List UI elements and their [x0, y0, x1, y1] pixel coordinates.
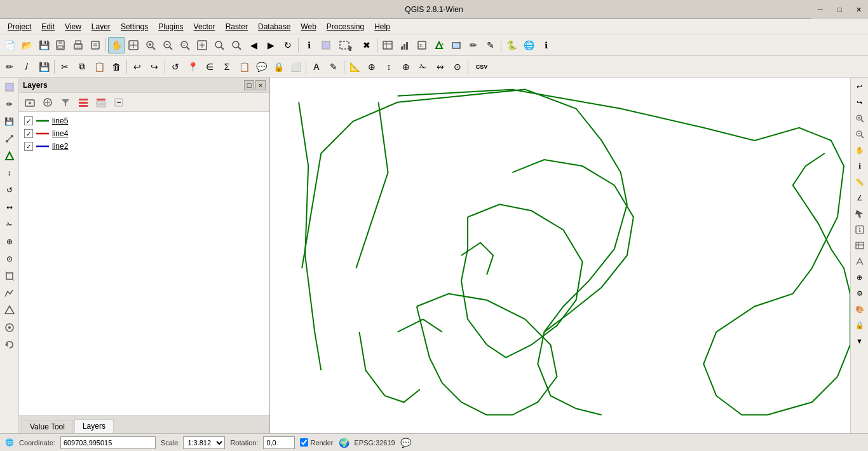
identify-button[interactable]: ℹ	[301, 37, 317, 53]
map-canvas[interactable]	[270, 78, 850, 433]
layer-item-line2[interactable]: ✓ line2	[22, 140, 267, 153]
left-rotate-feature[interactable]: ↺	[1, 182, 18, 198]
manage-layers-button[interactable]	[39, 94, 56, 111]
zoom-selection-button[interactable]	[228, 37, 245, 53]
collapse-all-button[interactable]	[93, 94, 109, 111]
save-as-button[interactable]	[53, 37, 69, 53]
left-reshape[interactable]: ↭	[1, 199, 18, 216]
tab-value-tool[interactable]: Value Tool	[22, 420, 73, 433]
open-attr-table-button[interactable]: 📋	[236, 59, 252, 75]
split-features-button[interactable]: ✁	[415, 59, 431, 75]
zoom-layer-button[interactable]	[211, 37, 227, 53]
render-checkbox[interactable]	[300, 438, 308, 447]
add-raster-layer-button[interactable]: +	[448, 37, 465, 53]
save-project-button[interactable]: 💾	[36, 37, 52, 53]
zoom-full-button[interactable]	[194, 37, 210, 53]
select-expression-button[interactable]: ∈	[201, 59, 218, 75]
left-offset[interactable]: ⊙	[1, 251, 18, 267]
pan-map-button[interactable]: ✋	[108, 37, 125, 53]
right-attrib-button[interactable]	[852, 238, 867, 253]
zoom-next-button[interactable]: ▶	[262, 37, 279, 53]
rotate-features-button[interactable]: ↺	[167, 59, 184, 75]
menu-view[interactable]: View	[60, 21, 86, 32]
layer-checkbox-line4[interactable]: ✓	[24, 129, 33, 138]
right-measure-button[interactable]: 📏	[852, 174, 867, 190]
select-rect-button[interactable]	[335, 37, 358, 53]
right-pan-button[interactable]: ✋	[852, 142, 867, 158]
maximize-button[interactable]: □	[830, 0, 849, 19]
right-depart-button[interactable]	[852, 254, 867, 269]
left-add-feature[interactable]	[1, 148, 18, 164]
panel-close-button[interactable]: ×	[255, 80, 266, 90]
zoom-out-button[interactable]	[159, 37, 176, 53]
menu-web[interactable]: Web	[295, 21, 321, 32]
menu-plugins[interactable]: Plugins	[153, 21, 188, 32]
layer-checkbox-line5[interactable]: ✓	[24, 116, 33, 125]
remove-layer-button[interactable]	[111, 94, 127, 111]
digitize-button[interactable]: ✏	[465, 37, 482, 53]
annotation-button[interactable]: ✎	[325, 59, 342, 75]
scale-button[interactable]: ⊙	[449, 59, 466, 75]
left-select-button[interactable]	[1, 79, 18, 95]
rotation-input[interactable]	[263, 436, 295, 449]
menu-edit[interactable]: Edit	[36, 21, 60, 32]
new-project-button[interactable]: 📄	[1, 37, 18, 53]
right-select-button[interactable]	[852, 206, 867, 221]
right-lock-button[interactable]: 🔒	[852, 317, 867, 333]
right-angle-button[interactable]: ∠	[852, 190, 867, 205]
cut-features-button[interactable]: ✂	[57, 59, 73, 75]
layer-item-line5[interactable]: ✓ line5	[22, 114, 267, 127]
field-calc-button[interactable]: Σ	[414, 37, 430, 53]
right-undo-button[interactable]: ↩	[852, 79, 867, 94]
layer-name-line5[interactable]: line5	[52, 116, 68, 125]
save-layer-edits-button[interactable]: 💾	[36, 59, 52, 75]
pan-map2-button[interactable]	[125, 37, 142, 53]
panel-restore-button[interactable]: □	[244, 80, 254, 90]
left-merge[interactable]: ⊕	[1, 233, 18, 250]
layer-name-line2[interactable]: line2	[52, 142, 68, 151]
open-attribute-table-button[interactable]	[379, 37, 396, 53]
snap-button[interactable]: ⊕	[363, 59, 380, 75]
open-field-calc-button[interactable]: Σ	[219, 59, 235, 75]
paste-features-button[interactable]: 📋	[91, 59, 107, 75]
menu-settings[interactable]: Settings	[116, 21, 153, 32]
redo-button[interactable]: ↪	[146, 59, 163, 75]
left-undo[interactable]	[1, 337, 18, 353]
right-scroll-end[interactable]: ▼	[852, 333, 867, 349]
left-move-feature[interactable]: ↕	[1, 165, 18, 181]
right-settings-button[interactable]: ⚙	[852, 286, 867, 301]
csv-export-button[interactable]: CSV	[470, 59, 493, 75]
close-button[interactable]: ✕	[849, 0, 868, 19]
left-geom[interactable]	[1, 302, 18, 319]
delete-selected-button[interactable]: 🗑	[108, 59, 125, 75]
left-snap[interactable]	[1, 319, 18, 336]
edit-features-button[interactable]: ✎	[482, 37, 499, 53]
select-location-button[interactable]: 📍	[184, 59, 201, 75]
layer-checkbox-line2[interactable]: ✓	[24, 142, 33, 151]
add-vector-layer-button[interactable]: +	[431, 37, 447, 53]
left-node-button[interactable]	[1, 130, 18, 147]
identify-results-button[interactable]: ℹ	[538, 37, 554, 53]
right-zoom-out[interactable]	[852, 127, 867, 142]
edit-pencil-button[interactable]: ✏	[1, 59, 18, 75]
reshape-button[interactable]: ↭	[432, 59, 449, 75]
tab-layers[interactable]: Layers	[74, 419, 114, 433]
right-zoom-in[interactable]	[852, 111, 867, 126]
digitize-line-button[interactable]: /	[18, 59, 35, 75]
menu-processing[interactable]: Processing	[322, 21, 369, 32]
lock-layers-button[interactable]: 🔒	[270, 59, 287, 75]
right-color-button[interactable]: 🎨	[852, 302, 867, 317]
browser-button[interactable]: 🌐	[520, 37, 537, 53]
right-snap-button[interactable]: ⊕	[852, 270, 867, 285]
python-console-button[interactable]: 🐍	[503, 37, 520, 53]
add-group-button[interactable]	[22, 94, 38, 111]
measure-button[interactable]: 📐	[346, 59, 363, 75]
left-scale[interactable]	[1, 268, 18, 284]
minimize-button[interactable]: ─	[811, 0, 830, 19]
copy-features-button[interactable]: ⧉	[74, 59, 90, 75]
zoom-in-button[interactable]	[142, 37, 159, 53]
expand-all-button[interactable]	[75, 94, 92, 111]
filter-layers-button[interactable]	[57, 94, 74, 111]
right-redo-button[interactable]: ↪	[852, 95, 867, 110]
right-feature-button[interactable]	[852, 222, 867, 237]
